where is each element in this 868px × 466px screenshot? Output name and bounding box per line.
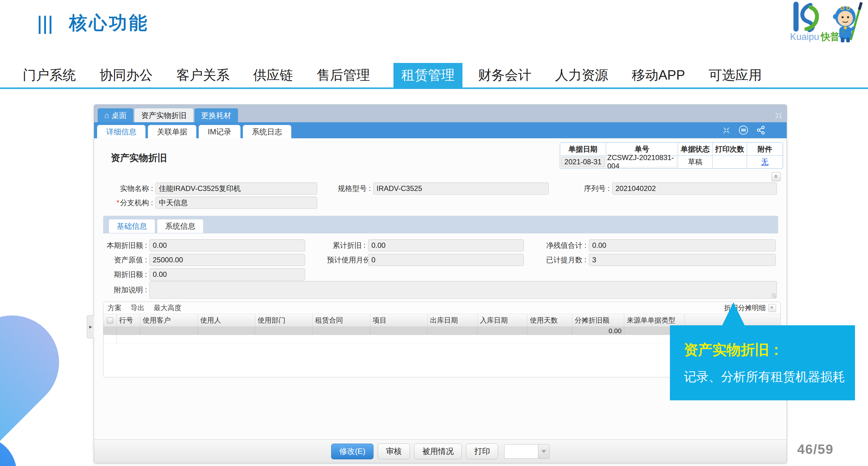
kuaipu-logo-graphic: Kuaipu 快普 ®	[789, 0, 867, 44]
attachment-link[interactable]: 无	[761, 157, 769, 167]
accumulated-depreciation-input[interactable]: 0.00	[368, 239, 524, 252]
form-title: 资产实物折旧	[111, 152, 167, 164]
col-customer: 使用客户	[140, 314, 198, 326]
logo-reg-mark: ®	[841, 29, 845, 34]
doc-attachment-cell: 无	[747, 155, 783, 168]
serial-no-input[interactable]: 2021040202	[612, 182, 777, 195]
side-panel-handle[interactable]: ▶	[87, 315, 94, 338]
field-current-depreciation: 本期折旧额 : 0.00	[103, 239, 305, 252]
field-item-name: 实物名称 : 佳能IRADV-C3525复印机	[111, 182, 317, 195]
doc-col-date: 单据日期	[560, 143, 606, 155]
modify-button[interactable]: 修改(E)	[331, 444, 374, 459]
branch-input[interactable]: 中天信息	[155, 197, 317, 209]
window-tabbar: ⌂ 桌面 资产实物折旧 更换耗材 ↘↙↗↖	[94, 105, 787, 122]
info-tabbar: 基础信息 系统信息	[103, 216, 778, 233]
tab-replace-consumables-label: 更换耗材	[201, 111, 231, 120]
kuaipu-logo: Kuaipu 快普 ®	[789, 0, 867, 44]
field-net-residual: 净残值合计 : 0.00	[539, 239, 776, 252]
nav-item-hr[interactable]: 人力资源	[555, 63, 608, 87]
toolbar-export[interactable]: 导出	[131, 303, 145, 313]
grid-toolbar: 方案 导出 最大高度 折旧分摊明细 «	[103, 302, 780, 314]
net-residual-label: 净残值合计 :	[539, 240, 586, 250]
main-nav: 门户系统 协同办公 客户关系 供应链 售后管理 租赁管理 财务会计 人力资源 移…	[0, 63, 868, 89]
col-allocated-depreciation: 分摊折旧额	[572, 314, 624, 326]
nav-item-crm[interactable]: 客户关系	[176, 63, 229, 87]
accrued-months-input[interactable]: 3	[589, 254, 776, 266]
home-icon: ⌂	[104, 111, 109, 120]
callout-body: 记录、分析所有租赁机器损耗	[684, 369, 855, 385]
col-outbound-date: 出库日期	[428, 314, 477, 326]
tab-desktop[interactable]: ⌂ 桌面	[98, 108, 133, 122]
usage-status-button[interactable]: 被用情况	[414, 444, 462, 459]
toolbar-max-height[interactable]: 最大高度	[154, 303, 182, 313]
collapse-panel-icon[interactable]: ↘↙↗↖	[723, 126, 731, 134]
current-depreciation-label: 本期折旧额 :	[103, 240, 147, 250]
feature-callout: 资产实物折旧： 记录、分析所有租赁机器损耗	[670, 325, 855, 400]
tab-desktop-label: 桌面	[112, 111, 127, 120]
select-all-checkbox[interactable]	[107, 317, 113, 323]
tab-im-records[interactable]: IM记录	[199, 125, 241, 138]
field-serial-no: 序列号 : 2021040202	[583, 182, 777, 195]
tab-replace-consumables[interactable]: 更换耗材	[194, 108, 238, 122]
nav-item-collab[interactable]: 协同办公	[99, 63, 153, 87]
serial-no-label: 序列号 :	[583, 184, 610, 193]
decorative-capsule-large	[0, 296, 79, 466]
tab-system-info[interactable]: 系统信息	[157, 219, 204, 233]
tab-asset-depreciation[interactable]: 资产实物折旧	[134, 108, 193, 122]
col-department: 使用部门	[255, 314, 313, 326]
doc-status-cell: 草稿	[678, 155, 713, 168]
expected-months-input[interactable]: 0	[368, 254, 524, 266]
collapse-header-button[interactable]: «	[772, 172, 781, 181]
field-accumulated-depreciation: 累计折旧 : 0.00	[327, 239, 524, 252]
col-inbound-date: 入库日期	[477, 314, 527, 326]
period-depreciation-input[interactable]: 0.00	[149, 268, 305, 281]
tab-related-docs[interactable]: 关联单据	[148, 125, 196, 138]
tab-basic-info[interactable]: 基础信息	[108, 219, 155, 233]
share-icon[interactable]	[756, 125, 766, 135]
tab-detail-info[interactable]: 详细信息	[97, 125, 146, 138]
more-actions-dropdown[interactable]	[504, 444, 550, 459]
logo-brand-en: Kuaipu	[790, 31, 819, 42]
field-period-depreciation: 期折旧额 : 0.00	[103, 268, 305, 281]
nav-item-finance[interactable]: 财务会计	[478, 63, 531, 87]
nav-item-portal[interactable]: 门户系统	[23, 63, 76, 87]
tab-asset-depreciation-label: 资产实物折旧	[141, 111, 187, 120]
toolbar-plan[interactable]: 方案	[108, 303, 122, 313]
nav-item-mobile-app[interactable]: 移动APP	[632, 63, 685, 87]
asset-original-value-input[interactable]: 25000.00	[149, 254, 305, 266]
field-spec-model: 规格型号 : IRADV-C3525	[333, 182, 549, 195]
action-bar: 修改(E) 审核 被用情况 打印	[94, 439, 787, 463]
expected-months-label: 预计使用月份 :	[327, 255, 366, 265]
collapse-window-icon[interactable]: ↘↙↗↖	[775, 111, 783, 119]
app-window: ⌂ 桌面 资产实物折旧 更换耗材 ↘↙↗↖ 详细信息 关联单据 IM记录 系统日…	[94, 105, 787, 463]
net-residual-input[interactable]: 0.00	[589, 239, 776, 252]
doc-col-attachment: 附件	[747, 143, 783, 155]
accrued-months-label: 已计提月数 :	[539, 255, 586, 265]
field-branch: *分支机构 : 中天信息	[111, 197, 317, 209]
item-name-label: 实物名称 :	[111, 184, 153, 193]
tab-system-log[interactable]: 系统日志	[243, 125, 291, 138]
nav-item-aftersale[interactable]: 售后管理	[317, 63, 370, 87]
audit-button[interactable]: 审核	[378, 444, 410, 459]
field-notes: 附加说明 :	[103, 281, 777, 299]
branch-label: *分支机构 :	[111, 198, 153, 208]
nav-item-supply[interactable]: 供应链	[253, 63, 293, 87]
page-title: 核心功能	[69, 11, 149, 35]
im-icon[interactable]: IM	[739, 125, 748, 135]
notes-textarea[interactable]	[149, 281, 777, 299]
nav-item-optional[interactable]: 可选应用	[709, 63, 762, 87]
spec-model-input[interactable]: IRADV-C3525	[373, 182, 549, 195]
notes-label: 附加说明 :	[103, 285, 147, 295]
logo-brand-cn: 快普	[820, 31, 840, 42]
current-depreciation-input[interactable]: 0.00	[149, 239, 305, 252]
nav-item-rental-active[interactable]: 租赁管理	[394, 63, 462, 87]
detail-tabbar: 详细信息 关联单据 IM记录 系统日志 ↘↙↗↖ IM	[94, 122, 787, 138]
field-asset-original-value: 资产原值 : 25000.00	[103, 254, 305, 266]
collapse-grid-button[interactable]: «	[768, 304, 776, 312]
callout-pointer	[722, 302, 745, 326]
item-name-input[interactable]: 佳能IRADV-C3525复印机	[155, 182, 317, 195]
doc-number-cell: ZCSWZJ-20210831-004	[606, 155, 678, 168]
dropdown-arrow-icon[interactable]	[538, 444, 550, 459]
asset-original-value-label: 资产原值 :	[103, 255, 147, 265]
print-button[interactable]: 打印	[466, 444, 498, 459]
